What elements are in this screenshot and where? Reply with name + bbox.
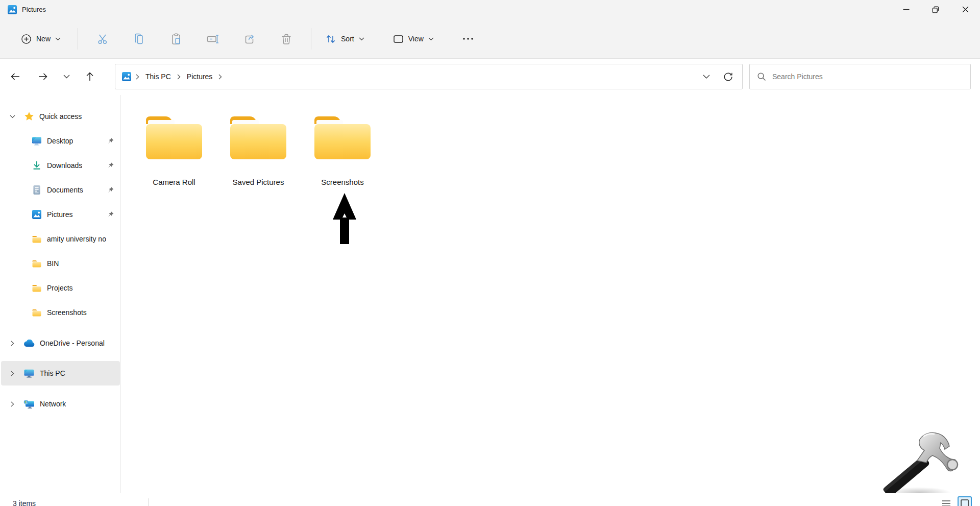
maximize-button[interactable]	[921, 0, 950, 19]
sidebar-item-amity-university[interactable]: amity university no	[1, 227, 120, 251]
address-dropdown-button[interactable]	[703, 75, 710, 79]
folder-icon	[32, 308, 42, 317]
sidebar-item-label: Downloads	[47, 161, 82, 170]
share-button[interactable]	[237, 28, 262, 50]
onedrive-icon	[23, 340, 35, 347]
folder-item-screenshots[interactable]: Screenshots	[304, 112, 381, 186]
restore-icon	[932, 6, 939, 13]
sidebar-item-bin[interactable]: BIN	[1, 251, 120, 276]
folder-name: Camera Roll	[136, 178, 212, 186]
chevron-down-icon[interactable]	[7, 115, 17, 118]
toolbar-separator	[311, 28, 311, 50]
folder-item-saved-pictures[interactable]: Saved Pictures	[220, 112, 297, 186]
pin-icon	[107, 187, 114, 194]
sidebar-item-label: Projects	[47, 284, 73, 292]
sidebar-item-network[interactable]: Network	[1, 392, 120, 416]
sidebar-item-desktop[interactable]: Desktop	[1, 129, 120, 153]
sort-icon	[325, 34, 336, 44]
address-bar[interactable]: This PC Pictures	[115, 64, 743, 89]
network-icon	[23, 399, 35, 409]
status-divider	[148, 498, 149, 506]
chevron-right-icon[interactable]	[7, 341, 17, 346]
sidebar-item-quick-access[interactable]: Quick access	[1, 104, 120, 129]
sidebar-item-screenshots[interactable]: Screenshots	[1, 300, 120, 325]
breadcrumb-item-this-pc[interactable]: This PC	[143, 73, 173, 81]
sidebar-item-label: amity university no	[47, 235, 106, 243]
sidebar-item-documents[interactable]: Documents	[1, 178, 120, 202]
delete-button[interactable]	[274, 28, 299, 50]
cut-button[interactable]	[90, 28, 115, 50]
desktop-icon	[32, 136, 42, 146]
minimize-icon	[903, 6, 910, 13]
large-icons-view-button[interactable]	[958, 496, 972, 506]
details-view-button[interactable]	[939, 496, 953, 506]
recent-locations-button[interactable]	[56, 66, 77, 87]
folder-icon	[32, 259, 42, 268]
toolbar-separator	[78, 28, 78, 50]
sidebar-item-downloads[interactable]: Downloads	[1, 153, 120, 178]
share-icon	[244, 33, 256, 45]
sort-button-label: Sort	[341, 35, 354, 43]
more-options-button[interactable]	[458, 28, 478, 50]
sidebar-item-pictures[interactable]: Pictures	[1, 202, 120, 227]
copy-icon	[134, 33, 145, 45]
paste-button[interactable]	[164, 28, 188, 50]
this-pc-icon	[23, 369, 35, 378]
window-title: Pictures	[22, 6, 46, 13]
folder-item-camera-roll[interactable]: Camera Roll	[136, 112, 212, 186]
new-button[interactable]: New	[15, 28, 66, 50]
minimize-button[interactable]	[891, 0, 921, 19]
breadcrumb-chevron-icon[interactable]	[214, 74, 226, 80]
rename-button[interactable]	[201, 28, 225, 50]
search-box[interactable]	[749, 64, 971, 89]
up-arrow-annotation	[333, 193, 356, 244]
sidebar-item-label: Documents	[47, 186, 83, 194]
up-button[interactable]	[80, 66, 100, 87]
breadcrumb-item-pictures[interactable]: Pictures	[185, 73, 215, 81]
plus-circle-icon	[21, 34, 32, 44]
hammer-image	[879, 428, 967, 499]
sidebar: Quick access Desktop Downloads Documents	[0, 95, 121, 499]
up-arrow-icon	[85, 71, 94, 82]
back-button[interactable]	[5, 66, 26, 87]
sort-button[interactable]: Sort	[320, 28, 370, 50]
chevron-right-icon[interactable]	[7, 371, 17, 376]
close-button[interactable]	[950, 0, 980, 19]
close-icon	[962, 6, 969, 13]
breadcrumb-chevron-icon[interactable]	[173, 74, 185, 80]
status-bar: 3 items	[0, 493, 980, 506]
copy-button[interactable]	[127, 28, 152, 50]
folder-icon	[32, 235, 42, 244]
sidebar-item-label: Quick access	[39, 112, 82, 121]
window-header: Pictures New	[0, 0, 980, 59]
breadcrumb-chevron-icon[interactable]	[132, 74, 143, 80]
navigation-row: This PC Pictures	[0, 59, 980, 95]
search-input[interactable]	[772, 73, 963, 81]
sidebar-item-onedrive[interactable]: OneDrive - Personal	[1, 331, 120, 355]
chevron-down-icon	[55, 37, 61, 41]
forward-arrow-icon	[38, 72, 48, 81]
pin-icon	[107, 211, 114, 218]
pictures-icon	[121, 71, 132, 82]
chevron-right-icon[interactable]	[7, 401, 17, 407]
view-button[interactable]: View	[387, 28, 439, 50]
folder-name: Screenshots	[304, 178, 381, 186]
chevron-down-icon	[359, 37, 364, 41]
folder-name: Saved Pictures	[220, 178, 297, 186]
chevron-down-icon	[703, 75, 710, 79]
downloads-icon	[32, 160, 42, 171]
sidebar-item-projects[interactable]: Projects	[1, 276, 120, 300]
sidebar-item-this-pc[interactable]: This PC	[1, 361, 120, 385]
details-view-icon	[941, 498, 951, 506]
sidebar-item-label: Screenshots	[47, 308, 87, 317]
scissors-icon	[97, 33, 109, 45]
back-arrow-icon	[10, 72, 20, 81]
sidebar-item-label: OneDrive - Personal	[40, 339, 105, 347]
folder-icon	[32, 284, 42, 293]
documents-icon	[32, 185, 42, 195]
rename-icon	[207, 33, 219, 45]
forward-button[interactable]	[33, 66, 53, 87]
star-icon	[24, 111, 34, 122]
refresh-button[interactable]	[723, 72, 733, 82]
new-button-label: New	[36, 35, 51, 43]
